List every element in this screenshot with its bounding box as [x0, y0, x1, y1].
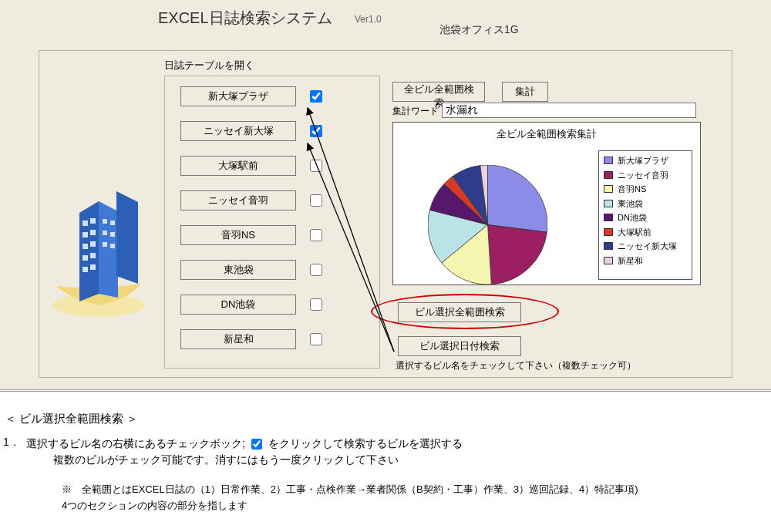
- building-button[interactable]: ニッセイ新大塚: [180, 121, 296, 141]
- svg-rect-11: [90, 253, 96, 258]
- building-row: 音羽NS: [180, 224, 325, 246]
- building-graphic: [49, 174, 149, 321]
- help-section: ＜ ビル選択全範囲検索 ＞ 1． 選択するビル名の右横にあるチェックボック; を…: [0, 389, 771, 514]
- building-button[interactable]: 新星和: [180, 329, 296, 349]
- building-list-frame: 新大塚プラザニッセイ新大塚大塚駅前ニッセイ音羽音羽NS東池袋DN池袋新星和: [164, 76, 380, 369]
- svg-rect-15: [110, 221, 115, 225]
- building-checkbox[interactable]: [310, 333, 322, 345]
- svg-rect-12: [82, 267, 88, 272]
- building-row: 新星和: [180, 328, 325, 350]
- building-row: 新大塚プラザ: [180, 86, 325, 107]
- building-button[interactable]: ニッセイ音羽: [180, 190, 296, 210]
- legend-item: 新星和: [604, 254, 687, 268]
- legend-swatch: [604, 228, 613, 236]
- building-button[interactable]: 新大塚プラザ: [180, 86, 296, 106]
- legend-item: 大塚駅前: [604, 226, 687, 239]
- building-button[interactable]: 音羽NS: [180, 225, 296, 245]
- aggregate-button[interactable]: 集計: [502, 82, 548, 102]
- legend-swatch: [604, 257, 613, 264]
- svg-marker-3: [116, 191, 138, 284]
- building-checkbox[interactable]: [310, 160, 322, 172]
- building-row: DN池袋: [180, 294, 325, 315]
- legend-label: DN池袋: [618, 211, 647, 224]
- step1-text-c: 複数のビルがチェック可能です。消すにはもう一度クリックして下さい: [53, 453, 399, 466]
- legend-label: ニッセイ音羽: [618, 169, 668, 182]
- legend-swatch: [604, 171, 613, 179]
- building-checkbox[interactable]: [310, 194, 322, 207]
- chart-legend: 新大塚プラザニッセイ音羽音羽NS東池袋DN池袋大塚駅前ニッセイ新大塚新星和: [598, 150, 692, 280]
- app-version: Ver1.0: [355, 14, 382, 25]
- legend-item: ニッセイ新大塚: [604, 240, 687, 253]
- building-row: ニッセイ音羽: [180, 190, 325, 211]
- svg-rect-8: [82, 244, 88, 249]
- legend-label: 新星和: [618, 254, 643, 268]
- building-button[interactable]: DN池袋: [180, 295, 296, 315]
- svg-rect-6: [82, 232, 88, 237]
- building-checkbox[interactable]: [310, 125, 322, 137]
- svg-rect-18: [103, 242, 107, 247]
- chart-title: 全ビル全範囲検索集計: [393, 127, 700, 141]
- app-title: EXCEL日誌検索システム: [158, 8, 332, 29]
- legend-label: 東池袋: [618, 197, 643, 210]
- note-line2: 4つのセクションの内容の部分を指します: [62, 500, 247, 511]
- building-checkbox[interactable]: [310, 229, 322, 241]
- building-row: 大塚駅前: [180, 155, 325, 177]
- legend-label: ニッセイ新大塚: [618, 240, 677, 253]
- example-checkbox-icon: [251, 439, 262, 450]
- selected-building-date-search-button[interactable]: ビル選択日付検索: [398, 336, 521, 356]
- legend-swatch: [604, 200, 613, 207]
- legend-item: ニッセイ音羽: [604, 169, 687, 182]
- step1-text-a: 選択するビル名の右横にあるチェックボック;: [26, 437, 245, 450]
- building-checkbox[interactable]: [310, 264, 322, 276]
- legend-label: 大塚駅前: [618, 226, 651, 239]
- aggregate-word-input[interactable]: [442, 103, 696, 118]
- legend-swatch: [604, 157, 613, 164]
- svg-rect-16: [103, 231, 107, 235]
- legend-swatch: [604, 214, 613, 221]
- building-button[interactable]: 大塚駅前: [180, 156, 296, 176]
- svg-rect-10: [82, 255, 88, 261]
- all-building-search-button[interactable]: 全ビル全範囲検索: [392, 82, 485, 102]
- chart-frame: 全ビル全範囲検索集計 新大塚プラザニッセイ音羽音羽NS東池袋DN池袋大塚駅前ニッ…: [392, 122, 701, 285]
- svg-marker-1: [79, 201, 99, 301]
- selected-building-range-search-button[interactable]: ビル選択全範囲検索: [398, 302, 521, 322]
- legend-label: 新大塚プラザ: [618, 154, 668, 167]
- legend-swatch: [604, 185, 613, 193]
- step1-text-b: をクリックして検索するビルを選択する: [268, 437, 463, 450]
- svg-rect-13: [90, 264, 96, 270]
- main-frame: 日誌テーブルを開く: [39, 50, 732, 378]
- legend-item: 東池袋: [604, 197, 687, 210]
- legend-label: 音羽NS: [618, 183, 646, 196]
- checkbox-hint: 選択するビル名をチェックして下さい（複数チェック可）: [396, 359, 636, 372]
- building-checkbox[interactable]: [310, 298, 322, 311]
- legend-swatch: [604, 242, 613, 250]
- svg-rect-7: [90, 230, 96, 235]
- building-row: ニッセイ新大塚: [180, 120, 325, 142]
- building-checkbox[interactable]: [310, 90, 322, 103]
- legend-item: 新大塚プラザ: [604, 154, 687, 167]
- building-list-label: 日誌テーブルを開く: [164, 59, 254, 72]
- office-label: 池袋オフィス1G: [439, 23, 519, 37]
- building-button[interactable]: 東池袋: [180, 260, 296, 280]
- svg-rect-17: [110, 232, 115, 237]
- aggregate-word-label: 集計ワード: [392, 105, 439, 118]
- svg-rect-19: [110, 244, 115, 248]
- svg-rect-5: [90, 218, 96, 224]
- svg-rect-4: [82, 221, 88, 226]
- svg-rect-14: [103, 219, 107, 224]
- pie-chart: [428, 165, 547, 285]
- svg-rect-9: [90, 241, 96, 247]
- legend-item: 音羽NS: [604, 183, 687, 196]
- legend-item: DN池袋: [604, 211, 687, 224]
- note-line1: ※ 全範囲とはEXCEL日誌の（1）日常作業、2）工事・点検作業→業者関係（B契…: [62, 483, 638, 495]
- svg-marker-2: [99, 201, 118, 298]
- building-row: 東池袋: [180, 259, 325, 281]
- help-section-title: ＜ ビル選択全範囲検索 ＞: [5, 412, 771, 426]
- step-number: 1．: [3, 436, 26, 450]
